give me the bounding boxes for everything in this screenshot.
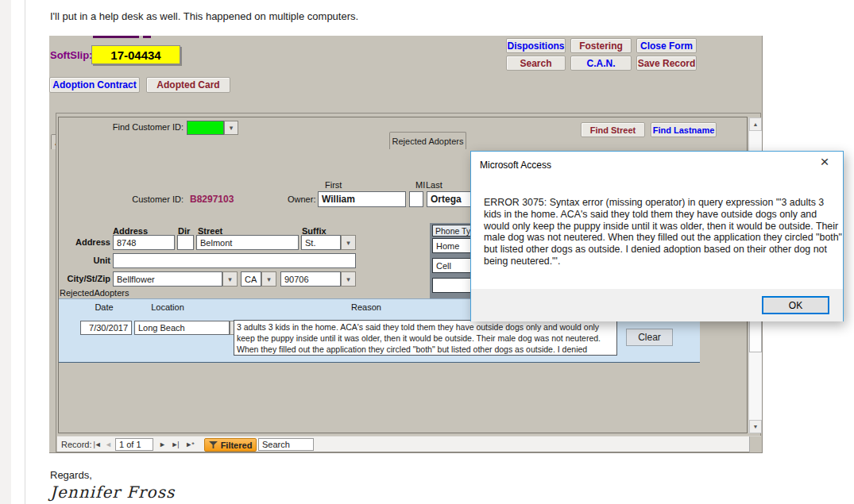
unit-label: Unit (67, 256, 110, 265)
first-header: First (325, 180, 342, 190)
clipped-title-fragment (143, 36, 151, 38)
address-dir-input[interactable] (177, 235, 194, 250)
reason-col-header: Reason (334, 302, 398, 312)
scroll-up-icon[interactable]: ▲ (749, 117, 762, 131)
find-customer-id-dropdown-icon[interactable]: ▾ (224, 121, 238, 135)
rejected-reason-textarea[interactable]: 3 adults 3 kids in the home. ACA's said … (234, 320, 617, 356)
intro-text: I'll put in a help desk as well. This ha… (50, 10, 358, 22)
last-header: Last (426, 180, 442, 190)
scrollbar-corner (749, 437, 761, 452)
filtered-label: Filtered (221, 441, 253, 450)
suffix-input[interactable]: St. (301, 235, 341, 250)
filtered-toggle[interactable]: Filtered (204, 438, 257, 452)
rejected-adopters-section-label: RejectedAdopters (60, 288, 129, 298)
fostering-button[interactable]: Fostering (570, 38, 632, 53)
street-input[interactable]: Belmont (196, 235, 299, 250)
find-customer-id-label: Find Customer ID: (87, 122, 184, 132)
tab-rejected-adopters[interactable]: Rejected Adopters (389, 132, 466, 149)
dispositions-button[interactable]: Dispositions (506, 38, 566, 53)
new-record-icon[interactable]: ►* (183, 439, 196, 450)
phone-type-cell-cell[interactable]: Cell (432, 258, 476, 273)
previous-record-icon[interactable]: ◄ (103, 439, 113, 450)
zip-input[interactable]: 90706 (280, 271, 341, 287)
owner-label: Owner: (288, 194, 315, 204)
state-dropdown-icon[interactable]: ▾ (261, 271, 276, 287)
closing-text: Regards, (50, 469, 92, 481)
scroll-down-icon[interactable]: ▼ (749, 420, 762, 433)
dialog-message: ERROR 3075: Syntax error (missing operat… (484, 197, 843, 267)
clipped-title-fragment (93, 36, 139, 38)
location-col-header: Location (136, 302, 199, 312)
clear-button[interactable]: Clear (626, 329, 673, 346)
can-button[interactable]: C.A.N. (570, 56, 632, 71)
find-street-button[interactable]: Find Street (581, 122, 645, 137)
record-label: Record: (61, 440, 92, 449)
record-position-box[interactable]: 1 of 1 (115, 438, 153, 451)
city-dropdown-icon[interactable]: ▾ (222, 271, 238, 287)
ok-button[interactable]: OK (762, 296, 829, 314)
mi-header: MI (415, 180, 425, 190)
rejected-date-input[interactable]: 7/30/2017 (80, 321, 132, 335)
softslip-label: SoftSlip: (50, 49, 92, 61)
next-record-icon[interactable]: ► (157, 439, 167, 450)
city-input[interactable]: Bellflower (113, 271, 222, 287)
city-st-zip-label: City/St/Zip (61, 274, 110, 283)
zip-dropdown-icon[interactable]: ▾ (341, 271, 356, 287)
phone-type-cell-home[interactable]: Home (432, 238, 476, 253)
rejected-location-input[interactable]: Long Beach (134, 321, 230, 335)
suffix-dropdown-icon[interactable]: ▾ (341, 235, 356, 250)
owner-mi-input[interactable] (409, 191, 423, 207)
address-row-label: Address (67, 237, 110, 247)
first-record-icon[interactable]: |◄ (91, 439, 103, 450)
close-form-button[interactable]: Close Form (636, 38, 697, 53)
email-left-strip (0, 0, 11, 504)
signature: Jennifer Fross (50, 483, 175, 502)
find-customer-id-input[interactable] (187, 121, 224, 135)
owner-first-input[interactable]: William (318, 191, 406, 207)
customer-id-label: Customer ID: (118, 194, 184, 204)
record-search-input[interactable]: Search (258, 438, 314, 451)
dialog-title: Microsoft Access (480, 160, 551, 171)
dialog-footer: OK (471, 289, 843, 321)
address-number-input[interactable]: 8748 (113, 235, 175, 250)
customer-id-value: B8297103 (190, 194, 234, 205)
save-record-button[interactable]: Save Record (636, 56, 697, 71)
last-record-icon[interactable]: ►| (168, 439, 181, 450)
state-input[interactable]: CA (241, 271, 261, 287)
filter-funnel-icon (209, 441, 218, 449)
softslip-number-field[interactable]: 17-04434 (91, 45, 180, 64)
unit-input[interactable] (113, 253, 356, 268)
close-icon[interactable]: × (814, 153, 835, 171)
search-button[interactable]: Search (506, 56, 566, 71)
microsoft-access-dialog: Microsoft Access × ERROR 3075: Syntax er… (470, 151, 844, 321)
email-page: I'll put in a help desk as well. This ha… (0, 0, 854, 504)
adoption-contract-button[interactable]: Adoption Contract (49, 77, 140, 93)
find-lastname-button[interactable]: Find Lastname (651, 122, 717, 137)
record-navigation-bar: Record: |◄ ◄ 1 of 1 ► ►| ►* Filtered Sea… (57, 436, 761, 452)
quote-line (25, 0, 25, 504)
adopted-card-button[interactable]: Adopted Card (146, 77, 230, 93)
phone-type-cell-empty[interactable] (432, 278, 476, 293)
date-col-header: Date (72, 302, 136, 312)
